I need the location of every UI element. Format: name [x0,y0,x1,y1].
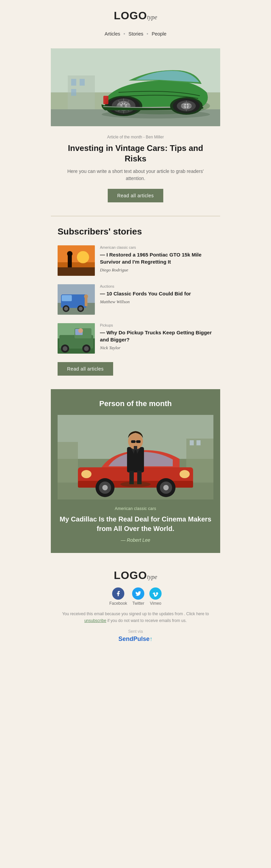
nav: Articles • Stories • People [7,28,264,43]
svg-point-25 [102,110,210,118]
svg-point-42 [79,307,83,311]
svg-point-71 [163,485,169,490]
svg-point-64 [81,470,91,478]
social-icons: Facebook Twitter Vimeo [58,587,213,606]
nav-stories[interactable]: Stories [128,31,143,37]
unsubscribe-link[interactable]: unsubscribe [84,618,106,623]
featured-article: Article of the month - Ben Miller Invest… [51,126,220,209]
sendpulse-icon: ↑ [150,636,153,642]
person-category: American classic cars [58,506,213,511]
twitter-label: Twitter [132,601,144,606]
story-author-2: Matthew Willson [100,299,213,305]
vimeo-label: Vimeo [149,601,162,606]
svg-point-44 [84,294,88,298]
person-quote-author: — Robert Lee [58,537,213,543]
story-item-3: Pickups — Why Do Pickup Trucks Keep Gett… [58,323,213,354]
story-category-2: Auctions [100,284,213,288]
story-title-2: — 10 Classic Fords You Could Bid for [100,290,213,297]
svg-rect-60 [190,440,194,445]
svg-rect-43 [85,298,87,306]
svg-rect-37 [62,295,72,301]
social-twitter[interactable]: Twitter [132,587,144,606]
footer: LOGOtype Facebook Twitter [51,560,220,652]
svg-rect-77 [136,440,141,443]
svg-point-68 [102,485,108,490]
story-thumb-2 [58,284,95,315]
facebook-icon[interactable] [112,587,124,600]
story-author-3: Nick Taylor [100,345,213,351]
story-content-1: American classic cars — I Restored a 196… [100,245,213,273]
hero-section [51,48,220,126]
svg-point-55 [78,328,83,333]
story-category-3: Pickups [100,323,213,327]
stories-title: Subscribers' stories [58,226,213,237]
logo-main: LOGO [114,9,147,22]
footer-notice-text: You received this email because you sign… [62,611,209,616]
stories-section: Subscribers' stories American cl [51,223,220,382]
nav-sep-1: • [124,31,127,37]
svg-point-29 [77,251,89,263]
svg-rect-79 [134,446,137,450]
header-logo: LOGOtype [7,10,264,21]
story-category-1: American classic cars [100,245,213,249]
svg-rect-24 [71,89,76,96]
svg-rect-13 [103,96,108,104]
section-divider [51,216,220,216]
header: LOGOtype Articles • Stories • People [0,0,271,48]
story-content-2: Auctions — 10 Classic Fords You Could Bi… [100,284,213,305]
footer-logo: LOGOtype [58,570,213,581]
social-facebook[interactable]: Facebook [109,587,127,606]
sendpulse-brand[interactable]: SendPulse↑ [58,636,213,643]
email-wrapper: LOGOtype Articles • Stories • People [0,0,271,653]
svg-rect-72 [127,447,144,472]
story-thumb-1 [58,245,95,276]
nav-people[interactable]: People [152,31,167,37]
svg-point-80 [120,482,151,487]
article-meta: Article of the month - Ben Miller [58,135,213,139]
story-author-1: Diego Rodrigue [100,267,213,273]
logo-sub: type [147,14,157,21]
nav-sep-2: • [147,31,150,37]
footer-logo-sub: type [147,574,157,580]
svg-point-54 [84,346,89,351]
story-content-3: Pickups — Why Do Pickup Trucks Keep Gett… [100,323,213,351]
sendpulse-text: SendPulse [118,636,149,642]
hero-car-svg [51,48,220,126]
story-item-1: American classic cars — I Restored a 196… [58,245,213,276]
article-title: Investing in Vintage Cars: Tips and Risk… [58,143,213,164]
person-quote-title: My Cadillac Is the Real Deal for Cinema … [58,514,213,533]
svg-rect-23 [80,79,85,86]
sent-via-label: Sent via [58,629,213,634]
vimeo-icon[interactable] [149,587,162,600]
story-thumb-3 [58,323,95,354]
svg-point-40 [64,307,68,311]
footer-logo-main: LOGO [114,569,147,581]
story-item-2: Auctions — 10 Classic Fords You Could Bi… [58,284,213,315]
svg-point-52 [63,346,67,351]
person-image [58,415,213,499]
hero-image [51,48,220,126]
svg-rect-38 [75,295,85,301]
social-vimeo[interactable]: Vimeo [149,587,162,606]
article-description: Here you can write a short text about yo… [58,168,213,182]
svg-rect-32 [58,267,95,276]
story-title-3: — Why Do Pickup Trucks Keep Getting Bigg… [100,329,213,343]
svg-point-65 [180,470,190,478]
svg-rect-22 [71,79,76,86]
person-section-title: Person of the month [58,399,213,408]
person-of-month-section: Person of the month [51,389,220,553]
facebook-label: Facebook [109,601,127,606]
svg-rect-30 [68,255,72,267]
svg-point-31 [67,251,72,257]
read-articles-btn-1[interactable]: Read all articles [108,189,163,202]
svg-rect-28 [58,245,95,262]
read-articles-btn-2[interactable]: Read all articles [58,362,113,376]
svg-rect-76 [131,440,136,443]
nav-articles[interactable]: Articles [105,31,120,37]
twitter-icon[interactable] [132,587,144,600]
footer-notice-text2: if you do not want to receive emails fro… [107,618,187,623]
footer-notice: You received this email because you sign… [58,611,213,624]
svg-rect-58 [58,442,78,483]
svg-rect-61 [196,440,201,445]
story-title-1: — I Restored a 1965 Pontiac GTO 15k Mile… [100,251,213,265]
